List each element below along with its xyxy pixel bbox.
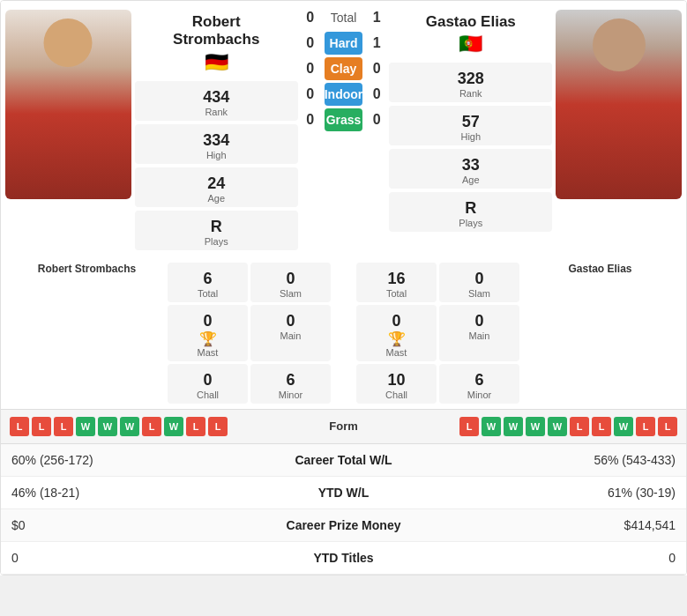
form-badge-left: L (142, 417, 161, 436)
form-badge-right: W (526, 417, 545, 436)
form-badge-right: W (504, 417, 523, 436)
left-player-flag: 🇩🇪 (137, 51, 296, 74)
left-player-name-below: Robert Strombachs (10, 263, 164, 275)
ytd-wl-row: 46% (18-21) YTD W/L 61% (30-19) (1, 477, 686, 509)
top-section: Robert Strombachs 🇩🇪 434 Rank 334 High 2… (1, 1, 686, 259)
left-age-label: Age (138, 193, 295, 204)
right-age-value: 33 (392, 156, 549, 174)
left-player-name: Robert Strombachs (137, 13, 296, 49)
right-plays-label: Plays (392, 218, 549, 228)
left-mast-box: 0🏆Mast (168, 305, 248, 361)
right-name-below: Gastao Elias (523, 263, 677, 275)
left-player-photo (5, 10, 131, 199)
ytd-wl-label: YTD W/L (256, 486, 432, 500)
comparison-card: Robert Strombachs 🇩🇪 434 Rank 334 High 2… (0, 0, 687, 575)
form-section: LLLWWWLWLL Form LWWWWLLWLL (1, 409, 686, 443)
left-rank-label: Rank (138, 107, 295, 117)
center-stats: 0 Total 1 0 Hard 1 0 Clay 0 0 (302, 10, 386, 250)
form-badge-left: L (54, 417, 73, 436)
career-wl-right: 56% (543-433) (432, 453, 676, 467)
left-minor-box: 6 Minor (250, 364, 331, 404)
prize-right: $414,541 (432, 518, 676, 532)
right-total-box: 16 Total (356, 263, 437, 302)
clay-left-score: 0 (302, 61, 319, 77)
left-slam-box: 0 Slam (250, 263, 331, 302)
left-rank-box: 434 Rank (135, 81, 298, 121)
indoor-right-score: 0 (368, 86, 385, 102)
right-player-name-below: Gastao Elias (523, 263, 677, 275)
left-detailed-stats: 6 Total 0 Slam 0🏆Mast 0Main 0 Chall 6 (168, 263, 331, 404)
right-age-label: Age (392, 174, 549, 185)
clay-row: 0 Clay 0 (302, 57, 386, 80)
right-high-box: 57 High (389, 106, 552, 145)
form-badge-left: L (32, 417, 51, 436)
right-main-box: 0Main (439, 305, 519, 361)
total-right-score: 1 (368, 10, 385, 26)
hard-button: Hard (325, 32, 363, 55)
left-plays-label: Plays (138, 236, 295, 247)
left-name-below: Robert Strombachs (10, 263, 164, 275)
left-high-value: 334 (138, 131, 295, 150)
grass-button: Grass (325, 108, 363, 131)
form-left: LLLWWWLWLL (10, 417, 295, 436)
career-wl-label: Career Total W/L (256, 453, 432, 467)
titles-right: 0 (432, 551, 676, 565)
form-badge-right: W (548, 417, 567, 436)
right-player-name: Gastao Elias (391, 13, 550, 31)
hard-left-score: 0 (302, 35, 319, 51)
form-badge-left: L (186, 417, 205, 436)
hard-right-score: 1 (368, 35, 385, 51)
form-badge-left: W (98, 417, 117, 436)
left-main-box: 0Main (250, 305, 331, 361)
right-player-flag: 🇵🇹 (391, 33, 550, 56)
player-stats-row: Robert Strombachs 6 Total 0 Slam 0🏆Mast … (1, 259, 686, 409)
right-chall-box: 10 Chall (356, 364, 437, 404)
form-badge-left: W (164, 417, 183, 436)
ytd-wl-right: 61% (30-19) (432, 486, 676, 500)
form-badge-left: W (120, 417, 139, 436)
form-badge-left: L (10, 417, 29, 436)
form-badge-right: L (592, 417, 611, 436)
right-plays-box: R Plays (389, 192, 552, 232)
form-badge-right: L (636, 417, 655, 436)
left-total-box: 6 Total (168, 263, 248, 302)
form-label: Form (300, 419, 388, 433)
total-left-score: 0 (302, 10, 319, 26)
right-age-box: 33 Age (389, 149, 552, 189)
prize-row: $0 Career Prize Money $414,541 (1, 509, 686, 542)
ytd-wl-left: 46% (18-21) (11, 486, 256, 500)
form-badge-left: W (76, 417, 95, 436)
right-high-label: High (392, 131, 549, 142)
stats-rows: 60% (256-172) Career Total W/L 56% (543-… (1, 443, 686, 575)
indoor-row: 0 Indoor 0 (302, 83, 386, 106)
right-player-photo (556, 10, 682, 199)
total-label: Total (325, 11, 363, 25)
grass-right-score: 0 (368, 112, 385, 128)
grass-left-score: 0 (302, 112, 319, 128)
form-badge-right: W (614, 417, 633, 436)
right-detailed-stats: 16 Total 0 Slam 0🏆Mast 0Main 10 Chall 6 (356, 263, 519, 404)
prize-left: $0 (11, 518, 256, 532)
left-player-info: Robert Strombachs 🇩🇪 434 Rank 334 High 2… (135, 10, 298, 250)
form-badge-right: L (459, 417, 479, 436)
left-chall-box: 0 Chall (168, 364, 248, 404)
form-badge-right: L (658, 417, 677, 436)
right-player-info: Gastao Elias 🇵🇹 328 Rank 57 High 33 Age … (389, 10, 552, 250)
clay-button: Clay (325, 57, 363, 80)
grass-row: 0 Grass 0 (302, 108, 386, 131)
left-age-box: 24 Age (135, 167, 298, 207)
main-container: Robert Strombachs 🇩🇪 434 Rank 334 High 2… (0, 0, 687, 575)
titles-row: 0 YTD Titles 0 (1, 542, 686, 575)
right-plays-value: R (392, 199, 549, 218)
career-wl-left: 60% (256-172) (11, 453, 256, 467)
right-player-name-block: Gastao Elias 🇵🇹 (389, 10, 552, 59)
form-badge-right: W (482, 417, 501, 436)
left-age-value: 24 (138, 174, 295, 193)
form-right: LWWWWLLWLL (393, 417, 678, 436)
right-minor-box: 6 Minor (439, 364, 519, 404)
left-high-box: 334 High (135, 124, 298, 164)
hard-row: 0 Hard 1 (302, 32, 386, 55)
form-badge-left: L (208, 417, 228, 436)
right-rank-box: 328 Rank (389, 63, 552, 102)
right-mast-box: 0🏆Mast (356, 305, 437, 361)
